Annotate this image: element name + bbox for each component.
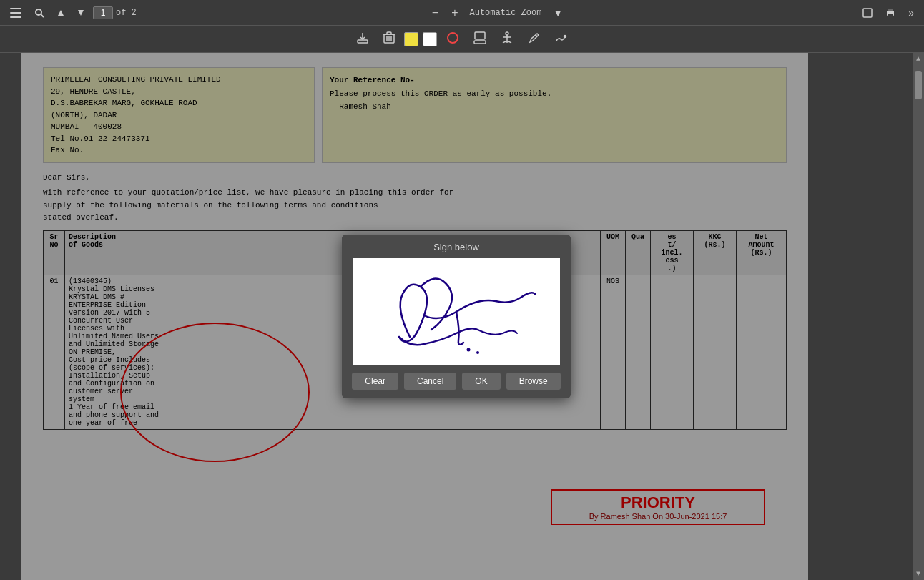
delete-tool-button[interactable] bbox=[378, 29, 400, 50]
scrollbar[interactable]: ▲ ▼ bbox=[913, 53, 924, 580]
modal-overlay: Sign below bbox=[0, 53, 913, 580]
svg-point-29 bbox=[476, 351, 479, 354]
pdf-viewer[interactable]: PRIMELEAF CONSULTING PRIVATE LIMITED 29,… bbox=[0, 53, 913, 580]
prev-page-button[interactable] bbox=[53, 6, 69, 19]
signature-tool-button[interactable] bbox=[550, 29, 573, 50]
white-color-button[interactable] bbox=[423, 32, 437, 46]
svg-line-4 bbox=[41, 14, 44, 17]
circle-tool-button[interactable] bbox=[441, 29, 464, 50]
cancel-button[interactable]: Cancel bbox=[404, 373, 456, 390]
search-button[interactable] bbox=[30, 5, 49, 21]
svg-point-20 bbox=[448, 33, 458, 43]
modal-footer: Clear Cancel OK Browse bbox=[342, 365, 571, 398]
top-toolbar: of 2 − + Automatic Zoom ▼ » bbox=[0, 0, 924, 26]
sidebar-toggle-button[interactable] bbox=[6, 5, 26, 21]
zoom-plus-button[interactable]: + bbox=[447, 4, 462, 22]
svg-point-3 bbox=[36, 9, 41, 15]
stamp-tool-button[interactable] bbox=[468, 29, 491, 50]
svg-rect-12 bbox=[358, 40, 368, 43]
browse-button[interactable]: Browse bbox=[506, 373, 561, 390]
ok-button[interactable]: OK bbox=[462, 373, 500, 390]
next-page-button[interactable] bbox=[73, 6, 89, 19]
svg-marker-5 bbox=[58, 10, 64, 16]
modal-canvas[interactable] bbox=[353, 258, 560, 365]
zoom-dropdown-button[interactable]: ▼ bbox=[549, 4, 567, 21]
scroll-down-button[interactable]: ▼ bbox=[914, 568, 923, 580]
signature-svg[interactable] bbox=[353, 258, 560, 365]
page-number-input[interactable] bbox=[93, 6, 113, 19]
pen-tool-button[interactable] bbox=[523, 29, 546, 50]
annotation-toolbar bbox=[0, 26, 924, 53]
svg-rect-16 bbox=[387, 32, 391, 34]
svg-rect-2 bbox=[10, 16, 21, 18]
main-area: PRIMELEAF CONSULTING PRIVATE LIMITED 29,… bbox=[0, 53, 924, 580]
modal-header: Sign below bbox=[342, 235, 571, 258]
svg-line-26 bbox=[536, 35, 537, 36]
svg-rect-10 bbox=[888, 9, 893, 11]
svg-rect-7 bbox=[863, 9, 872, 17]
svg-rect-21 bbox=[475, 32, 485, 39]
page-nav: of 2 bbox=[93, 6, 137, 19]
svg-point-24 bbox=[506, 32, 508, 35]
modal-title: Sign below bbox=[433, 242, 479, 252]
scroll-up-button[interactable]: ▲ bbox=[914, 53, 923, 65]
svg-marker-6 bbox=[78, 10, 84, 16]
anchor-tool-button[interactable] bbox=[496, 29, 518, 50]
download-tool-button[interactable] bbox=[351, 29, 374, 50]
svg-point-27 bbox=[564, 35, 566, 37]
zoom-label: Automatic Zoom bbox=[470, 8, 542, 18]
scroll-thumb[interactable] bbox=[915, 71, 922, 99]
print-button[interactable] bbox=[881, 5, 900, 21]
svg-rect-0 bbox=[10, 8, 21, 9]
more-button[interactable]: » bbox=[904, 4, 918, 21]
svg-rect-22 bbox=[474, 41, 486, 44]
svg-rect-11 bbox=[888, 14, 893, 16]
svg-rect-1 bbox=[10, 12, 21, 14]
fullscreen-button[interactable] bbox=[858, 5, 877, 21]
page-total-label: of 2 bbox=[116, 8, 137, 18]
sign-modal: Sign below bbox=[342, 235, 571, 398]
yellow-color-button[interactable] bbox=[404, 32, 418, 46]
zoom-minus-button[interactable]: − bbox=[428, 4, 443, 22]
clear-button[interactable]: Clear bbox=[352, 373, 398, 390]
svg-point-28 bbox=[467, 348, 471, 352]
